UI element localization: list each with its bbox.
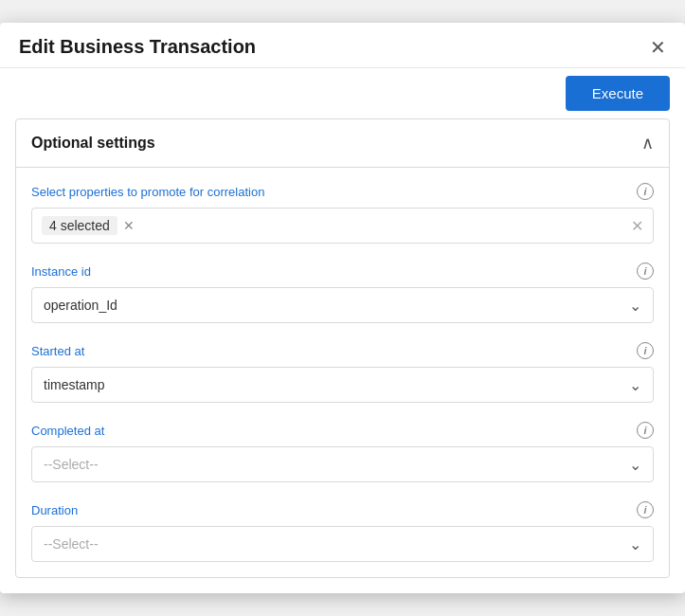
- duration-dropdown-arrow: ⌄: [629, 535, 641, 553]
- section-title: Optional settings: [31, 135, 155, 152]
- modal-title: Edit Business Transaction: [19, 36, 256, 58]
- duration-field-group: Duration i --Select-- ⌄: [31, 501, 654, 562]
- completed-at-label: Completed at: [31, 424, 104, 438]
- instance-id-info-icon[interactable]: i: [637, 263, 654, 280]
- completed-at-dropdown-arrow: ⌄: [629, 456, 641, 474]
- instance-id-dropdown-arrow: ⌄: [629, 297, 641, 315]
- close-icon[interactable]: ✕: [650, 38, 666, 57]
- started-at-select[interactable]: timestamp ⌄: [31, 367, 654, 403]
- started-at-label-row: Started at i: [31, 342, 654, 359]
- instance-id-field-group: Instance id i operation_Id ⌄: [31, 263, 654, 323]
- field-clear-icon[interactable]: ✕: [631, 217, 643, 235]
- duration-value: --Select--: [44, 536, 99, 552]
- instance-id-select[interactable]: operation_Id ⌄: [31, 287, 654, 323]
- completed-at-label-row: Completed at i: [31, 422, 654, 439]
- badge-clear-icon[interactable]: ✕: [123, 218, 135, 233]
- duration-label: Duration: [31, 503, 78, 517]
- modal-header: Edit Business Transaction ✕: [0, 23, 685, 68]
- started-at-info-icon[interactable]: i: [637, 342, 654, 359]
- instance-id-label: Instance id: [31, 264, 91, 279]
- selected-badge: 4 selected ✕: [42, 216, 135, 235]
- duration-select[interactable]: --Select-- ⌄: [31, 526, 654, 562]
- started-at-label: Started at: [31, 344, 84, 358]
- instance-id-value: operation_Id: [44, 298, 117, 313]
- completed-at-value: --Select--: [44, 457, 99, 472]
- correlation-label: Select properties to promote for correla…: [31, 185, 264, 199]
- instance-id-label-row: Instance id i: [31, 263, 654, 280]
- section-body: Select properties to promote for correla…: [16, 168, 669, 577]
- completed-at-select[interactable]: --Select-- ⌄: [31, 446, 654, 482]
- started-at-field-group: Started at i timestamp ⌄: [31, 342, 654, 403]
- duration-label-row: Duration i: [31, 501, 654, 518]
- execute-button[interactable]: Execute: [566, 76, 670, 111]
- edit-business-transaction-modal: Edit Business Transaction ✕ Execute Opti…: [0, 23, 685, 593]
- completed-at-field-group: Completed at i --Select-- ⌄: [31, 422, 654, 482]
- completed-at-info-icon[interactable]: i: [637, 422, 654, 439]
- started-at-value: timestamp: [44, 377, 105, 392]
- correlation-multi-select[interactable]: 4 selected ✕ ✕: [31, 208, 654, 244]
- execute-bar: Execute: [0, 68, 685, 118]
- collapse-icon[interactable]: ∧: [641, 133, 654, 154]
- selected-count-text: 4 selected: [42, 216, 117, 235]
- correlation-label-row: Select properties to promote for correla…: [31, 183, 654, 200]
- optional-settings-header[interactable]: Optional settings ∧: [16, 119, 669, 168]
- correlation-field-group: Select properties to promote for correla…: [31, 183, 654, 244]
- duration-info-icon[interactable]: i: [637, 501, 654, 518]
- correlation-info-icon[interactable]: i: [637, 183, 654, 200]
- optional-settings-section: Optional settings ∧ Select properties to…: [15, 118, 670, 578]
- started-at-dropdown-arrow: ⌄: [629, 376, 641, 394]
